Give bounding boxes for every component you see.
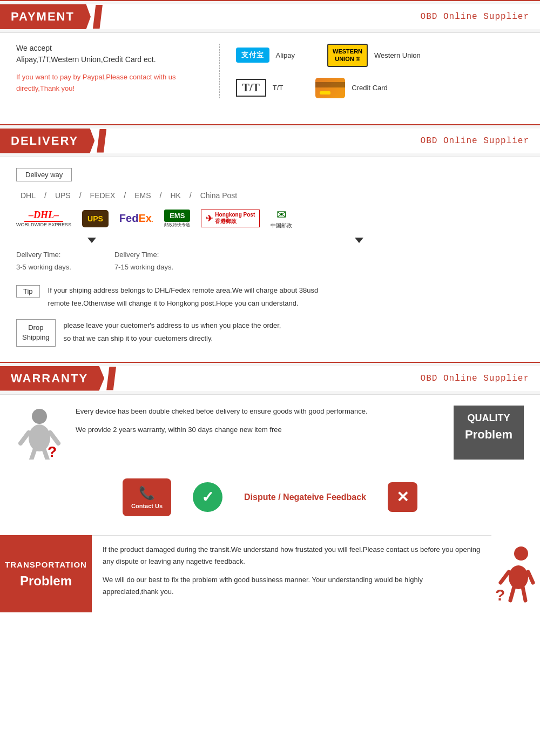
- svg-text:?: ?: [48, 443, 57, 460]
- delivery-time-fast: Delivery Time: 3-5 working days.: [16, 248, 71, 274]
- payment-section: PAYMENT OBD Online Supplier We accept Al…: [0, 0, 540, 120]
- left-arrow-group: [16, 235, 167, 243]
- warranty-title-slash: [106, 367, 116, 390]
- arrow-down-left: [87, 238, 96, 243]
- alipay-logo: 支付宝: [236, 48, 269, 63]
- payment-row-1: 支付宝 Alipay WESTERNUNION ® Western Union: [236, 44, 524, 67]
- delivery-title-slash: [97, 129, 106, 153]
- delivery-time-slow: Delivery Time: 7-15 working days.: [114, 248, 173, 274]
- transport-figure: ?: [491, 535, 540, 612]
- drop-text: please leave your cuetomer's address to …: [64, 319, 281, 345]
- alipay-label: Alipay: [276, 51, 295, 59]
- delivery-section: DELIVERY OBD Online Supplier Delivey way…: [0, 124, 540, 357]
- carrier-logos: –DHL– WORLDWIDE EXPRESS UPS FedEx. EMS 邮…: [16, 208, 524, 230]
- credit-card-item: Credit Card: [315, 78, 387, 98]
- svg-line-9: [501, 572, 509, 583]
- delivery-time-fast-label: Delivery Time:: [16, 248, 71, 261]
- we-accept-label: We accept: [16, 44, 208, 52]
- sep-2: [0, 357, 540, 362]
- delivery-title-block: DELIVERY: [0, 129, 106, 153]
- svg-point-8: [509, 565, 528, 589]
- warranty-left-text: Every device has been double cheked befo…: [76, 406, 443, 460]
- tt-label: T/T: [273, 84, 284, 92]
- payment-obd-brand: OBD Online Supplier: [421, 12, 540, 22]
- payment-header: PAYMENT OBD Online Supplier: [0, 4, 540, 29]
- quality-badge: QUALITY Problem: [454, 406, 524, 460]
- warranty-text-2: We provide 2 years warranty, within 30 d…: [76, 424, 443, 436]
- transport-title: TRANSPORTATION: [5, 559, 87, 570]
- xmark-icon: ✕: [388, 482, 417, 512]
- payment-title: PAYMENT: [0, 4, 91, 29]
- quality-problem: Problem: [461, 426, 516, 443]
- transport-problem: Problem: [20, 573, 72, 589]
- tip-row: Tip If your shiping address belongs to D…: [16, 284, 524, 309]
- sep-ems: /: [160, 191, 162, 200]
- delivery-time-slow-value: 7-15 working days.: [114, 261, 173, 273]
- credit-card-label: Credit Card: [352, 84, 387, 92]
- alipay-item: 支付宝 Alipay: [236, 48, 295, 63]
- warranty-figure: ?: [16, 406, 65, 460]
- svg-line-11: [510, 587, 514, 600]
- svg-point-0: [32, 409, 47, 424]
- delivery-header: DELIVERY OBD Online Supplier: [0, 129, 540, 153]
- quality-text: QUALITY: [461, 411, 516, 426]
- sep-hk: /: [190, 191, 192, 200]
- svg-line-4: [31, 449, 35, 460]
- delivery-time-slow-label: Delivery Time:: [114, 248, 173, 261]
- fedex-logo: FedEx.: [119, 212, 153, 225]
- checkmark-icon: ✓: [193, 482, 222, 512]
- payment-left: We accept Alipay,T/T,Western Union,Credi…: [16, 44, 220, 98]
- carrier-ups: UPS: [55, 191, 71, 200]
- contact-us-icon[interactable]: 📞 Contact Us: [123, 478, 171, 516]
- warranty-text-1: Every device has been double cheked befo…: [76, 406, 443, 417]
- ups-logo: UPS: [82, 210, 109, 227]
- svg-line-3: [50, 433, 58, 443]
- china-post-logo: ✉ 中国邮政: [271, 208, 292, 230]
- sep-fedex: /: [124, 191, 126, 200]
- warranty-content: ? Every device has been double cheked be…: [0, 395, 540, 470]
- warranty-header: WARRANTY OBD Online Supplier: [0, 366, 540, 391]
- western-union-logo: WESTERNUNION ®: [327, 44, 368, 67]
- warranty-obd-brand: OBD Online Supplier: [421, 374, 540, 383]
- drop-row: DropShipping please leave your cuetomer'…: [16, 319, 524, 346]
- delivery-title: DELIVERY: [0, 129, 94, 153]
- tt-item: T/T T/T: [236, 79, 284, 97]
- payment-content: We accept Alipay,T/T,Western Union,Credi…: [0, 33, 540, 109]
- svg-line-2: [21, 433, 29, 443]
- svg-text:?: ?: [495, 586, 505, 603]
- warranty-title: WARRANTY: [0, 366, 104, 391]
- right-arrow-group: [194, 235, 524, 243]
- western-union-label: Western Union: [374, 51, 421, 59]
- delivery-way-badge: Delivey way: [16, 168, 72, 181]
- warranty-title-block: WARRANTY: [0, 366, 116, 391]
- paypal-note: If you want to pay by Paypal,Please cont…: [16, 72, 208, 94]
- credit-card-icon: [315, 78, 345, 98]
- warranty-figure-svg: ?: [18, 406, 61, 460]
- transport-figure-svg: ?: [494, 544, 537, 603]
- sep-dhl: /: [44, 191, 46, 200]
- transport-text: If the product damaged during the transi…: [92, 535, 491, 612]
- transport-text-2: We will do our best to fix the problem w…: [103, 574, 481, 598]
- tip-badge: Tip: [16, 285, 40, 298]
- contact-us-wrap: 📞 Contact Us: [123, 478, 171, 516]
- payment-title-slash: [93, 5, 103, 29]
- contact-us-label: Contact Us: [131, 503, 163, 509]
- ems-logo: EMS 邮政特快专递: [164, 210, 190, 228]
- tip-text: If your shiping address belongs to DHL/F…: [48, 284, 319, 309]
- arrow-down-right: [355, 238, 363, 243]
- sep-1: [0, 120, 540, 124]
- contact-row: 📞 Contact Us ✓ Dispute / Negateive Feedb…: [0, 470, 540, 524]
- svg-point-1: [29, 424, 50, 451]
- svg-line-12: [523, 587, 525, 600]
- transport-text-1: If the product damaged during the transi…: [103, 544, 481, 568]
- delivery-obd-brand: OBD Online Supplier: [421, 136, 540, 146]
- payment-row-2: T/T T/T Credit Card: [236, 78, 524, 98]
- tt-logo: T/T: [236, 79, 266, 97]
- svg-point-7: [514, 546, 528, 561]
- carrier-fedex: FEDEX: [90, 191, 116, 200]
- payment-title-block: PAYMENT: [0, 4, 103, 29]
- drop-badge: DropShipping: [16, 319, 56, 346]
- payment-methods: Alipay,T/T,Western Union,Credit Card ect…: [16, 55, 208, 64]
- svg-line-10: [528, 572, 533, 583]
- carrier-chinapost: China Post: [200, 191, 237, 200]
